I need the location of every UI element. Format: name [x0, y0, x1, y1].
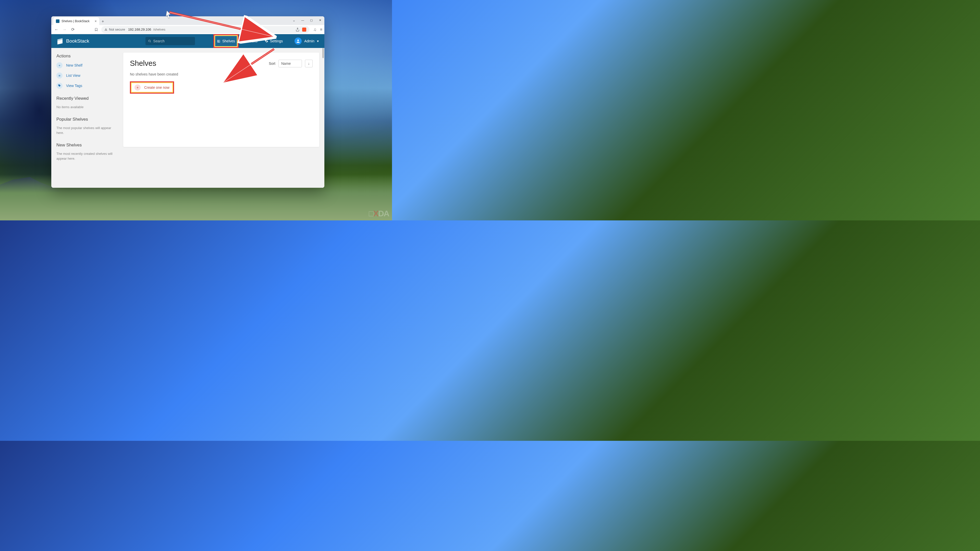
- popular-desc-text: The most popular shelves will appear her…: [56, 125, 117, 135]
- browser-tab[interactable]: Shelves | BookStack ×: [53, 17, 99, 25]
- close-tab-icon[interactable]: ×: [95, 19, 97, 23]
- popular-heading: Popular Shelves: [56, 117, 117, 122]
- nav-shelves[interactable]: Shelves: [213, 34, 239, 48]
- sidebar: Actions + New Shelf ≡ List View View Tag…: [56, 52, 117, 183]
- hamburger-menu-icon[interactable]: ≡: [320, 27, 322, 32]
- window-controls: ⌄ ― ▢ ✕: [290, 16, 325, 24]
- favicon-icon: [56, 19, 59, 23]
- security-label: Not secure: [109, 27, 125, 32]
- url-path: /shelves: [153, 27, 165, 32]
- book-icon: [242, 39, 246, 43]
- app-body: Actions + New Shelf ≡ List View View Tag…: [51, 48, 325, 188]
- nav-books[interactable]: Books: [239, 34, 261, 48]
- tab-bar: Shelves | BookStack × + ⌄ ― ▢ ✕: [51, 16, 325, 25]
- plus-icon: +: [135, 84, 141, 91]
- page-title: Shelves: [130, 59, 156, 68]
- new-desc-text: The most recently created shelves will a…: [56, 151, 117, 161]
- security-indicator[interactable]: Not secure: [104, 27, 125, 32]
- sort-select[interactable]: Name: [278, 60, 302, 67]
- top-navigation: Shelves Books Settings: [213, 34, 286, 48]
- share-icon[interactable]: [296, 27, 300, 32]
- media-icon[interactable]: ♫: [313, 27, 317, 32]
- app-viewport: BookStack Shelves Books Settings: [51, 34, 325, 188]
- address-bar[interactable]: Not secure 192.168.29.106/shelves: [101, 26, 309, 33]
- brave-shield-icon[interactable]: [302, 27, 306, 32]
- app-logo[interactable]: BookStack: [57, 38, 89, 44]
- sort-direction-button[interactable]: ↓: [305, 60, 313, 67]
- empty-message: No shelves have been created: [130, 72, 313, 76]
- avatar: [294, 38, 302, 44]
- action-new-shelf-label: New Shelf: [66, 63, 83, 67]
- actions-heading: Actions: [56, 54, 117, 59]
- address-bar-row: ← → ⟳ Not secure 192.168.29.106/shelves …: [51, 25, 325, 34]
- reload-button[interactable]: ⟳: [70, 27, 76, 33]
- watermark: □XDA: [369, 209, 389, 218]
- chevron-down-icon: ▾: [317, 39, 319, 43]
- close-window-button[interactable]: ✕: [316, 16, 325, 24]
- forward-button[interactable]: →: [62, 27, 68, 33]
- gear-icon: [265, 39, 268, 43]
- svg-point-0: [148, 40, 150, 42]
- bookstack-logo-icon: [57, 38, 64, 44]
- back-button[interactable]: ←: [53, 27, 59, 33]
- nav-books-label: Books: [248, 39, 258, 43]
- shelves-icon: [217, 39, 221, 43]
- nav-settings[interactable]: Settings: [261, 34, 286, 48]
- recent-heading: Recently Viewed: [56, 96, 117, 101]
- new-tab-button[interactable]: +: [99, 18, 107, 25]
- nav-shelves-label: Shelves: [222, 39, 235, 43]
- plus-icon: +: [56, 62, 62, 68]
- action-list-view[interactable]: ≡ List View: [56, 73, 117, 79]
- app-topbar: BookStack Shelves Books Settings: [51, 34, 325, 48]
- maximize-button[interactable]: ▢: [307, 16, 316, 24]
- action-view-tags-label: View Tags: [66, 84, 82, 88]
- create-one-now-button[interactable]: + Create one now: [130, 81, 174, 94]
- search-input[interactable]: [153, 39, 192, 43]
- tab-overflow-icon[interactable]: ⌄: [290, 16, 298, 24]
- create-one-now-label: Create one now: [144, 86, 169, 89]
- app-name: BookStack: [66, 38, 89, 44]
- user-name: Admin: [304, 39, 314, 43]
- recent-empty-text: No items available: [56, 105, 117, 110]
- warning-icon: [104, 28, 107, 31]
- browser-window: Shelves | BookStack × + ⌄ ― ▢ ✕ ← → ⟳ No…: [51, 16, 325, 188]
- list-icon: ≡: [56, 73, 62, 79]
- scrollbar[interactable]: [322, 48, 324, 58]
- sort-label: Sort: [269, 62, 275, 65]
- new-heading: New Shelves: [56, 143, 117, 148]
- svg-point-1: [298, 40, 299, 41]
- action-view-tags[interactable]: View Tags: [56, 83, 117, 89]
- nav-settings-label: Settings: [270, 39, 283, 43]
- search-box[interactable]: [145, 37, 195, 45]
- sort-controls: Sort Name ↓: [269, 60, 313, 67]
- search-icon: [148, 39, 151, 43]
- minimize-button[interactable]: ―: [298, 16, 307, 24]
- user-menu[interactable]: Admin ▾: [294, 38, 319, 44]
- main-card: Shelves Sort Name ↓ No shelves have been…: [123, 52, 319, 147]
- tab-title: Shelves | BookStack: [62, 19, 89, 23]
- bookmark-icon[interactable]: [93, 27, 99, 33]
- action-list-view-label: List View: [66, 73, 80, 78]
- url-host: 192.168.29.106: [128, 27, 151, 32]
- person-icon: [296, 39, 301, 43]
- tag-icon: [56, 83, 62, 89]
- action-new-shelf[interactable]: + New Shelf: [56, 62, 117, 68]
